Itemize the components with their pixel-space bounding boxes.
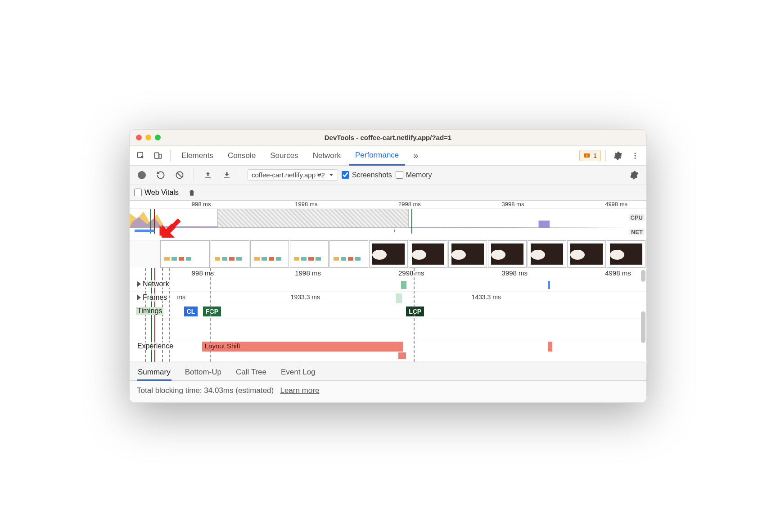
window-titlebar: DevTools - coffee-cart.netlify.app/?ad=1 (130, 130, 646, 146)
memory-checkbox[interactable]: Memory (396, 171, 432, 179)
settings-icon[interactable] (610, 148, 626, 163)
svg-rect-4 (587, 154, 587, 155)
svg-point-6 (635, 153, 636, 154)
filmstrip-frame[interactable] (567, 240, 606, 268)
device-toolbar-icon[interactable] (150, 148, 166, 163)
filmstrip-frame[interactable] (329, 240, 368, 268)
details-tabs: Summary Bottom-Up Call Tree Event Log (130, 362, 646, 381)
layout-shift-bar[interactable] (398, 352, 406, 359)
timings-track-label[interactable]: Timings (136, 307, 163, 315)
inspect-element-icon[interactable] (133, 148, 149, 163)
network-track-label[interactable]: Network (136, 280, 171, 288)
experience-track[interactable]: Experience Layout Shift (130, 340, 646, 362)
frame-span[interactable]: 1933.3 ms (212, 293, 398, 302)
kebab-menu-icon[interactable] (627, 148, 643, 163)
overview-selection[interactable] (217, 209, 409, 228)
vertical-scrollbar[interactable] (640, 268, 646, 362)
chevron-down-icon (329, 172, 334, 178)
overview-network-lane (130, 228, 628, 233)
upload-profile-button[interactable] (200, 167, 216, 183)
tbt-text: Total blocking time: 34.03ms (estimated) (137, 386, 274, 395)
filmstrip-frame[interactable] (290, 240, 329, 268)
timeline-marker (210, 268, 211, 362)
details-tab-bottom-up[interactable]: Bottom-Up (184, 365, 222, 380)
frames-track[interactable]: Frames ms1933.3 ms1433.3 ms (130, 292, 646, 305)
network-event[interactable] (401, 281, 406, 289)
time-tick: 4998 ms (605, 269, 631, 277)
layout-shift-bar[interactable]: Layout Shift (202, 342, 404, 352)
performance-toolbar: coffee-cart.netlify.app #2 Screenshots M… (130, 166, 646, 185)
overview-net-label: NET (629, 229, 645, 235)
tab-console[interactable]: Console (221, 147, 262, 165)
details-tab-summary[interactable]: Summary (137, 365, 171, 381)
collect-garbage-icon[interactable] (184, 185, 199, 200)
window-title: DevTools - coffee-cart.netlify.app/?ad=1 (130, 134, 646, 141)
learn-more-link[interactable]: Learn more (280, 386, 319, 395)
svg-point-7 (635, 155, 636, 156)
time-tick: 998 ms (192, 201, 211, 207)
filmstrip-frame[interactable] (250, 240, 289, 268)
clear-button[interactable] (172, 167, 187, 183)
frame-event[interactable] (396, 293, 402, 303)
timing-marker-cl[interactable]: CL (184, 307, 198, 316)
svg-rect-12 (539, 221, 550, 228)
layout-shift-bar[interactable] (548, 342, 552, 352)
time-tick: 2998 ms (398, 269, 424, 277)
filmstrip-frame[interactable] (488, 240, 527, 268)
svg-point-8 (635, 157, 636, 158)
network-event[interactable] (548, 281, 550, 289)
devtools-window: DevTools - coffee-cart.netlify.app/?ad=1… (129, 129, 647, 403)
flame-chart[interactable]: 998 ms1998 ms2998 ms3998 ms4998 ms Netwo… (130, 268, 646, 362)
overview-pane[interactable]: 998 ms1998 ms2998 ms3998 ms4998 ms CPU N… (130, 201, 646, 268)
timing-marker-fcp[interactable]: FCP (203, 307, 221, 316)
timeline-marker (414, 268, 415, 362)
time-tick: 4998 ms (605, 201, 627, 207)
screenshots-checkbox[interactable]: Screenshots (342, 171, 392, 179)
recording-selector[interactable]: coffee-cart.netlify.app #2 (248, 169, 338, 180)
filmstrip[interactable] (130, 240, 646, 268)
details-tab-call-tree[interactable]: Call Tree (235, 365, 267, 380)
network-track[interactable]: Network (130, 278, 646, 292)
time-tick: 2998 ms (398, 201, 421, 207)
filmstrip-frame[interactable] (369, 240, 408, 268)
time-tick: 1998 ms (295, 201, 317, 207)
spacer-track (130, 319, 646, 340)
filmstrip-frame[interactable] (448, 240, 487, 268)
timing-marker-lcp[interactable]: LCP (406, 307, 424, 316)
overview-time-ruler: 998 ms1998 ms2998 ms3998 ms4998 ms (130, 201, 646, 209)
record-button[interactable] (134, 167, 149, 183)
download-profile-button[interactable] (219, 167, 235, 183)
annotation-arrow-icon (158, 213, 182, 239)
web-vitals-checkbox[interactable]: Web Vitals (134, 189, 179, 197)
tab-performance[interactable]: Performance (349, 146, 405, 166)
tabs-overflow-button[interactable]: » (407, 146, 424, 165)
frames-track-label[interactable]: Frames (136, 293, 168, 302)
issues-badge[interactable]: 1 (579, 150, 601, 161)
time-tick: 3998 ms (502, 269, 528, 277)
disclosure-icon (137, 295, 141, 300)
filmstrip-frame[interactable] (607, 240, 645, 268)
capture-settings-icon[interactable] (627, 167, 642, 183)
svg-rect-2 (159, 154, 162, 158)
frame-span[interactable]: 1433.3 ms (419, 293, 553, 302)
filmstrip-frame[interactable] (160, 240, 210, 268)
details-tab-event-log[interactable]: Event Log (280, 365, 316, 380)
timings-track[interactable]: Timings CLFCPLCP (130, 305, 646, 319)
reload-record-button[interactable] (153, 167, 168, 183)
frame-span[interactable]: ms (171, 293, 192, 302)
tab-network[interactable]: Network (307, 147, 347, 165)
filmstrip-frame[interactable] (211, 240, 249, 268)
svg-rect-5 (587, 156, 587, 156)
filmstrip-frame[interactable] (409, 240, 447, 268)
panel-tabs: Elements Console Sources Network Perform… (130, 146, 646, 166)
summary-body: Total blocking time: 34.03ms (estimated)… (130, 381, 646, 402)
performance-toolbar-2: Web Vitals (130, 185, 646, 201)
svg-rect-14 (394, 230, 395, 232)
recording-name: coffee-cart.netlify.app #2 (252, 171, 325, 179)
time-tick: 3998 ms (502, 201, 524, 207)
tab-sources[interactable]: Sources (264, 147, 304, 165)
tracks-time-ruler: 998 ms1998 ms2998 ms3998 ms4998 ms (130, 268, 646, 278)
tab-elements[interactable]: Elements (175, 147, 220, 165)
filmstrip-frame[interactable] (528, 240, 566, 268)
time-tick: 1998 ms (295, 269, 321, 277)
